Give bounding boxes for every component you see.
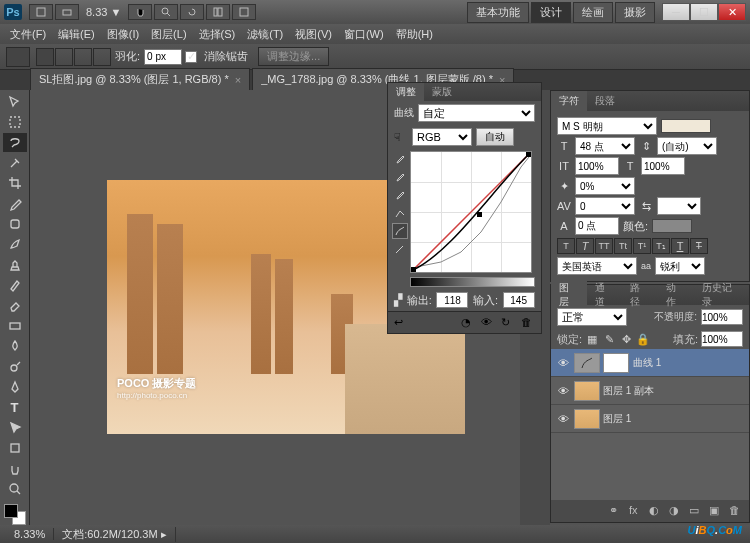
group-icon[interactable]: ▭: [689, 504, 703, 518]
healing-brush-tool[interactable]: [3, 214, 27, 233]
lock-pixels-icon[interactable]: ✎: [602, 332, 616, 346]
bold-button[interactable]: T: [557, 238, 575, 254]
reset-icon[interactable]: ↻: [501, 316, 515, 330]
new-layer-icon[interactable]: ▣: [709, 504, 723, 518]
hscale-input[interactable]: [641, 157, 685, 175]
font-family-select[interactable]: M S 明朝: [557, 117, 657, 135]
close-button[interactable]: ✕: [718, 3, 746, 21]
visibility-icon[interactable]: 👁: [555, 357, 571, 369]
menu-filter[interactable]: 滤镜(T): [241, 25, 289, 44]
clone-stamp-tool[interactable]: [3, 255, 27, 274]
leading-select[interactable]: (自动): [657, 137, 717, 155]
adjustment-thumb[interactable]: [574, 353, 600, 373]
tab-paragraph[interactable]: 段落: [587, 91, 623, 111]
auto-button[interactable]: 自动: [476, 128, 514, 146]
path-selection-tool[interactable]: [3, 418, 27, 437]
edit-points-icon[interactable]: [392, 205, 408, 221]
history-brush-tool[interactable]: [3, 276, 27, 295]
tracking-select[interactable]: [657, 197, 701, 215]
layer-mask-icon[interactable]: ◐: [649, 504, 663, 518]
allcaps-button[interactable]: TT: [595, 238, 613, 254]
smallcaps-button[interactable]: Tt: [614, 238, 632, 254]
zoom-tool[interactable]: [3, 479, 27, 498]
text-color-swatch[interactable]: [652, 219, 692, 233]
workspace-painting[interactable]: 绘画: [573, 2, 613, 23]
link-layers-icon[interactable]: ⚭: [609, 504, 623, 518]
visibility-icon[interactable]: 👁: [555, 385, 571, 397]
document-tab[interactable]: SL拒图.jpg @ 8.33% (图层 1, RGB/8) *×: [30, 68, 250, 90]
eyedropper-tool[interactable]: [3, 194, 27, 213]
magic-wand-tool[interactable]: [3, 153, 27, 172]
italic-button[interactable]: T: [576, 238, 594, 254]
layer-row[interactable]: 👁 图层 1: [551, 405, 749, 433]
curve-tool-icon[interactable]: [392, 223, 408, 239]
menu-help[interactable]: 帮助(H): [390, 25, 439, 44]
rotate-view-icon[interactable]: [180, 4, 204, 20]
curves-preset-select[interactable]: 自定: [418, 104, 535, 122]
menu-image[interactable]: 图像(I): [101, 25, 145, 44]
layer-row[interactable]: 👁 图层 1 副本: [551, 377, 749, 405]
output-input[interactable]: [436, 292, 468, 308]
workspace-photography[interactable]: 摄影: [615, 2, 655, 23]
return-icon[interactable]: ↩: [394, 316, 408, 330]
menu-edit[interactable]: 编辑(E): [52, 25, 101, 44]
vscale-input[interactable]: [575, 157, 619, 175]
type-tool[interactable]: T: [3, 398, 27, 417]
maximize-button[interactable]: ☐: [690, 3, 718, 21]
menu-view[interactable]: 视图(V): [289, 25, 338, 44]
font-size-select[interactable]: 48 点: [575, 137, 635, 155]
subscript-button[interactable]: T₁: [652, 238, 670, 254]
fill-input[interactable]: [701, 331, 743, 347]
close-tab-icon[interactable]: ×: [235, 74, 241, 86]
antialias-checkbox[interactable]: ✓: [185, 51, 197, 63]
white-eyedropper-icon[interactable]: [392, 187, 408, 203]
lock-transparent-icon[interactable]: ▦: [585, 332, 599, 346]
lock-all-icon[interactable]: 🔒: [636, 332, 650, 346]
layer-mask-thumb[interactable]: [603, 353, 629, 373]
opacity-input[interactable]: [701, 309, 743, 325]
shape-tool[interactable]: [3, 439, 27, 458]
delete-layer-icon[interactable]: 🗑: [729, 504, 743, 518]
adjustment-layer-icon[interactable]: ◑: [669, 504, 683, 518]
marquee-tool[interactable]: [3, 112, 27, 131]
move-tool[interactable]: [3, 92, 27, 111]
language-select[interactable]: 美国英语: [557, 257, 637, 275]
hand-tool-icon[interactable]: [128, 4, 152, 20]
blur-tool[interactable]: [3, 337, 27, 356]
layer-row[interactable]: 👁 曲线 1: [551, 349, 749, 377]
visibility-icon[interactable]: 👁: [555, 413, 571, 425]
menu-layer[interactable]: 图层(L): [145, 25, 192, 44]
eraser-tool[interactable]: [3, 296, 27, 315]
layer-name[interactable]: 曲线 1: [633, 356, 661, 370]
superscript-button[interactable]: T¹: [633, 238, 651, 254]
zoom-level[interactable]: 8.33 ▼: [86, 6, 121, 18]
antialiasing-select[interactable]: 锐利: [655, 257, 705, 275]
status-doc[interactable]: 文档:60.2M/120.3M ▸: [54, 527, 175, 542]
layer-thumb[interactable]: [574, 381, 600, 401]
kerning-select[interactable]: 0: [575, 197, 635, 215]
zoom-tool-icon[interactable]: [154, 4, 178, 20]
gradient-tool[interactable]: [3, 316, 27, 335]
refine-edge-button[interactable]: 调整边缘...: [258, 47, 329, 66]
menu-window[interactable]: 窗口(W): [338, 25, 390, 44]
color-swatch[interactable]: [4, 504, 26, 525]
view-previous-icon[interactable]: 👁: [481, 316, 495, 330]
crop-tool[interactable]: [3, 174, 27, 193]
shift-input[interactable]: [575, 217, 619, 235]
arrange-docs-icon[interactable]: [206, 4, 230, 20]
tab-masks[interactable]: 蒙版: [424, 83, 460, 101]
clip-icon[interactable]: ◔: [461, 316, 475, 330]
histogram-icon[interactable]: ▞: [394, 294, 402, 307]
finger-icon[interactable]: ☟: [394, 131, 408, 144]
workspace-design[interactable]: 设计: [531, 2, 571, 23]
gradient-ramp[interactable]: [410, 277, 535, 287]
pen-tool[interactable]: [3, 377, 27, 396]
pencil-curve-icon[interactable]: [392, 241, 408, 257]
input-input[interactable]: [503, 292, 535, 308]
feather-input[interactable]: [144, 49, 182, 65]
current-tool-icon[interactable]: [6, 47, 30, 67]
gray-eyedropper-icon[interactable]: [392, 169, 408, 185]
screen-mode-icon[interactable]: [55, 4, 79, 20]
tab-character[interactable]: 字符: [551, 91, 587, 111]
delete-adj-icon[interactable]: 🗑: [521, 316, 535, 330]
